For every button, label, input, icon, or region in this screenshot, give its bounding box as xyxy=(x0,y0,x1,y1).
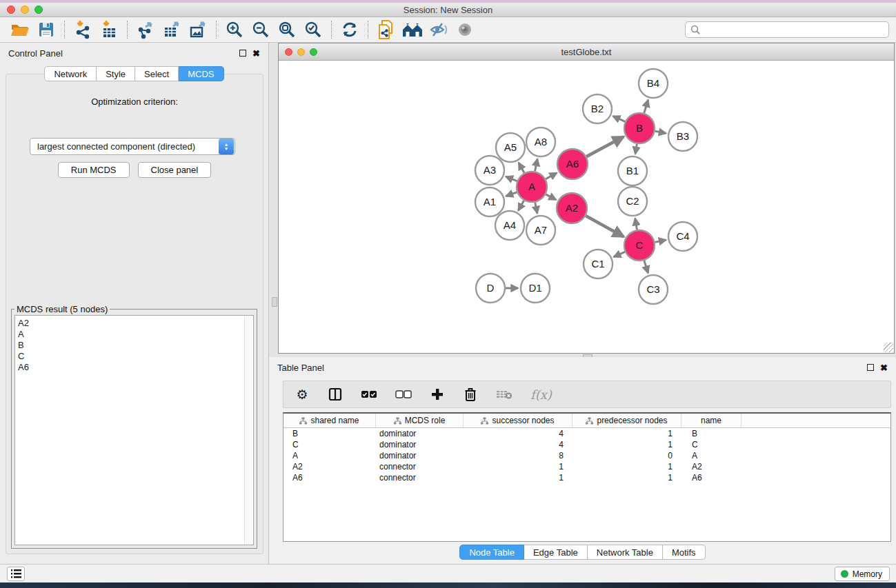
table-cell[interactable]: connector xyxy=(376,462,464,472)
zoom-selected-button[interactable] xyxy=(300,19,326,41)
open-session-button[interactable] xyxy=(7,19,33,41)
edge-A2-C[interactable] xyxy=(586,216,624,236)
run-mcds-button[interactable]: Run MCDS xyxy=(58,162,130,178)
zoom-out-button[interactable] xyxy=(248,19,274,41)
delete-table-button[interactable] xyxy=(496,386,512,403)
close-window-button[interactable] xyxy=(7,6,15,14)
edge-B-B2[interactable] xyxy=(613,116,625,121)
copy-network-button[interactable] xyxy=(373,19,399,41)
column-header-MCDS-role[interactable]: MCDS role xyxy=(376,414,464,427)
table-row[interactable]: Cdominator41C xyxy=(283,439,890,450)
column-header-successor-nodes[interactable]: successor nodes xyxy=(464,414,573,427)
edge-C-C1[interactable] xyxy=(614,252,625,256)
mcds-result-item[interactable]: A6 xyxy=(18,362,253,373)
home-layout-button[interactable] xyxy=(399,19,426,41)
export-network-button[interactable] xyxy=(132,19,159,41)
table-cell[interactable]: A2 xyxy=(283,462,376,472)
edge-A-A5[interactable] xyxy=(519,163,524,173)
table-cell[interactable]: connector xyxy=(376,473,464,483)
tab-network-table[interactable]: Network Table xyxy=(588,545,663,560)
hide-selected-button[interactable] xyxy=(426,19,452,41)
edge-C-C2[interactable] xyxy=(635,219,637,230)
tab-style[interactable]: Style xyxy=(97,66,135,81)
close-network-button[interactable] xyxy=(285,48,292,56)
edge-B-B3[interactable] xyxy=(655,131,666,133)
zoom-network-button[interactable] xyxy=(310,48,317,56)
edge-A-A6[interactable] xyxy=(546,173,557,179)
column-header-predecessor-nodes[interactable]: predecessor nodes xyxy=(573,414,681,427)
tab-edge-table[interactable]: Edge Table xyxy=(524,545,588,560)
refresh-button[interactable] xyxy=(337,19,363,41)
table-cell[interactable]: A xyxy=(283,451,376,460)
window-resize-grip[interactable] xyxy=(884,343,893,352)
split-view-button[interactable] xyxy=(328,386,343,403)
table-cell[interactable]: 4 xyxy=(464,440,573,449)
vertical-splitter-handle[interactable] xyxy=(272,297,277,307)
edge-B-B1[interactable] xyxy=(635,144,637,154)
edge-C-C3[interactable] xyxy=(644,261,648,273)
minimize-network-button[interactable] xyxy=(297,48,305,56)
table-cell[interactable]: 1 xyxy=(573,440,681,449)
table-cell[interactable]: C xyxy=(681,440,741,449)
tab-node-table[interactable]: Node Table xyxy=(459,545,524,560)
window-titlebar[interactable]: Session: New Session xyxy=(0,3,896,17)
export-image-button[interactable] xyxy=(185,19,211,41)
table-cell[interactable]: 4 xyxy=(464,429,573,438)
save-session-button[interactable] xyxy=(33,19,59,41)
node-table[interactable]: shared nameMCDS rolesuccessor nodesprede… xyxy=(283,412,891,542)
edge-A-A8[interactable] xyxy=(535,159,538,172)
function-builder-button[interactable]: f(x) xyxy=(530,386,552,403)
close-panel-button[interactable]: Close panel xyxy=(138,162,212,178)
column-header-shared-name[interactable]: shared name xyxy=(283,414,376,427)
table-row[interactable]: Adominator80A xyxy=(283,450,890,461)
toolbar-search[interactable] xyxy=(685,21,889,38)
zoom-in-button[interactable] xyxy=(221,19,248,41)
edge-A-A4[interactable] xyxy=(518,201,524,210)
table-cell[interactable]: 1 xyxy=(573,462,681,472)
table-cell[interactable]: dominator xyxy=(376,451,464,460)
table-cell[interactable]: 0 xyxy=(573,451,681,460)
result-scrollbar[interactable] xyxy=(244,316,253,545)
edge-C-C4[interactable] xyxy=(655,240,666,242)
table-row[interactable]: A2connector11A2 xyxy=(283,461,890,472)
table-cell[interactable]: B xyxy=(283,429,376,438)
table-cell[interactable]: A xyxy=(681,451,741,460)
mcds-result-list[interactable]: A2ABCA6 xyxy=(14,315,254,545)
edge-A-A3[interactable] xyxy=(506,176,517,181)
mcds-result-item[interactable]: B xyxy=(18,340,253,351)
search-input[interactable] xyxy=(704,25,884,34)
edge-B-B4[interactable] xyxy=(644,100,648,113)
network-window-titlebar[interactable]: testGlobe.txt xyxy=(279,43,894,61)
tab-select[interactable]: Select xyxy=(135,66,179,81)
show-all-button[interactable] xyxy=(452,19,478,41)
table-cell[interactable]: dominator xyxy=(376,429,464,438)
table-row[interactable]: Bdominator41B xyxy=(283,428,890,439)
table-cell[interactable]: 1 xyxy=(464,462,573,472)
memory-button[interactable]: Memory xyxy=(835,567,890,581)
close-panel-icon[interactable]: ✖ xyxy=(252,49,260,58)
add-column-button[interactable] xyxy=(430,386,445,403)
mcds-result-item[interactable]: A2 xyxy=(18,318,253,329)
tab-mcds[interactable]: MCDS xyxy=(179,66,223,81)
table-cell[interactable]: C xyxy=(283,440,376,449)
table-cell[interactable]: 8 xyxy=(464,451,573,460)
close-table-panel-icon[interactable]: ✖ xyxy=(880,363,888,372)
criterion-dropdown[interactable]: largest connected component (directed) ▲… xyxy=(30,138,235,155)
table-cell[interactable]: B xyxy=(681,429,741,438)
tab-network[interactable]: Network xyxy=(44,66,97,81)
import-table-button[interactable] xyxy=(96,19,122,41)
table-cell[interactable]: 1 xyxy=(464,473,573,483)
select-all-button[interactable] xyxy=(361,386,377,403)
table-cell[interactable]: A2 xyxy=(681,462,741,472)
table-cell[interactable]: A6 xyxy=(283,473,376,483)
table-cell[interactable]: 1 xyxy=(573,473,681,483)
edge-A-A7[interactable] xyxy=(535,203,537,214)
zoom-window-button[interactable] xyxy=(34,6,43,14)
table-cell[interactable]: A6 xyxy=(681,473,741,483)
zoom-fit-button[interactable] xyxy=(274,19,300,41)
network-canvas[interactable]: AA1A2A3A4A5A6A7A8BB1B2B3B4CC1C2C3C4DD1 xyxy=(279,61,894,353)
table-cell[interactable]: dominator xyxy=(376,440,464,449)
task-history-button[interactable] xyxy=(7,567,25,581)
table-row[interactable]: A6connector11A6 xyxy=(283,472,890,483)
table-settings-button[interactable]: ⚙ xyxy=(295,386,310,403)
